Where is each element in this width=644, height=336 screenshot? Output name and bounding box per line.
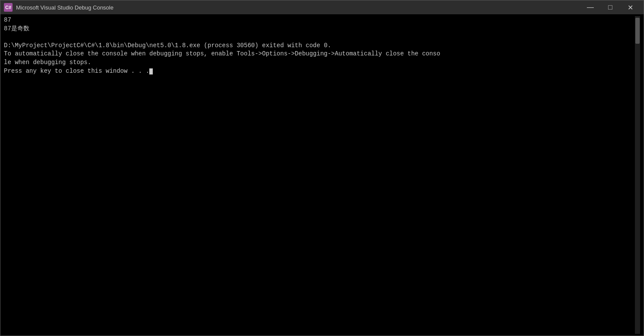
- console-line-prompt: Press any key to close this window . . .: [4, 67, 635, 76]
- app-icon: C#: [4, 3, 13, 12]
- console-line: 87: [4, 16, 635, 25]
- console-line: D:\MyProject\ProjectC#\C#\1.8\bin\Debug\…: [4, 42, 635, 50]
- console-output: 87 87是奇数 D:\MyProject\ProjectC#\C#\1.8\b…: [4, 16, 635, 334]
- scrollbar[interactable]: [635, 16, 640, 334]
- console-line: 87是奇数: [4, 25, 635, 33]
- title-bar: C# Microsoft Visual Studio Debug Console…: [0, 0, 644, 14]
- minimize-button[interactable]: —: [580, 0, 600, 14]
- console-line: le when debugging stops.: [4, 58, 635, 67]
- scrollbar-thumb[interactable]: [635, 18, 640, 44]
- close-button[interactable]: ✕: [620, 0, 640, 14]
- maximize-button[interactable]: □: [600, 0, 620, 14]
- window-controls: — □ ✕: [580, 0, 640, 14]
- window-title: Microsoft Visual Studio Debug Console: [16, 4, 580, 11]
- console-line: To automatically close the console when …: [4, 50, 635, 58]
- console-line-empty: [4, 33, 635, 42]
- console-area: 87 87是奇数 D:\MyProject\ProjectC#\C#\1.8\b…: [0, 14, 644, 336]
- console-window: C# Microsoft Visual Studio Debug Console…: [0, 0, 644, 336]
- cursor: [149, 68, 153, 74]
